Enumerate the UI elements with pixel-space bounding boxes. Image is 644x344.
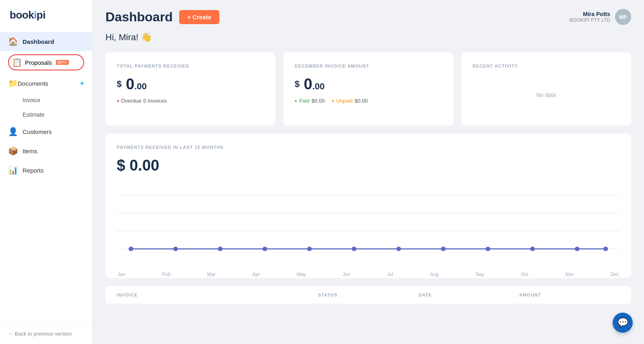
recent-activity-card: RECENT ACTIVITY No data: [461, 52, 631, 126]
sidebar-item-documents[interactable]: 📁 Documents +: [0, 74, 92, 93]
col-status: STATUS: [318, 293, 419, 297]
documents-label: Documents: [18, 80, 48, 87]
unpaid-dot: ●: [332, 99, 334, 103]
total-payments-card: TOTAL PAYMENTS RECEIVED $ 0.00 ● Overdue…: [105, 52, 275, 126]
logo: bookipi: [0, 0, 92, 29]
logo-rest: pi: [37, 9, 45, 21]
avatar[interactable]: MP: [615, 9, 631, 25]
main-content: Dashboard + Create Mira Potts BOOKIPI PT…: [93, 0, 644, 344]
sidebar-item-customers[interactable]: 👤 Customers: [0, 122, 92, 141]
dashboard-icon: 🏠: [8, 37, 18, 46]
table-header: INVOICE STATUS DATE AMOUNT: [105, 286, 631, 304]
chart-container: Jan Feb Mar Apr May Jun Jul Aug Sep Oct …: [117, 186, 620, 267]
month-sep: Sep: [475, 272, 484, 277]
chart-title: PAYMENTS RECEIVED IN LAST 12 MONTHS: [117, 145, 620, 150]
header: Dashboard + Create Mira Potts BOOKIPI PT…: [93, 0, 644, 32]
svg-point-5: [173, 247, 178, 251]
december-invoice-card: DECEMBER INVOICE AMOUNT $ 0.00 ● Paid $0…: [283, 52, 453, 126]
svg-point-6: [218, 247, 223, 251]
documents-icon: 📁: [8, 78, 18, 88]
invoices-table-card: INVOICE STATUS DATE AMOUNT: [105, 286, 631, 304]
reports-icon: 📊: [8, 165, 18, 175]
paid-label: Paid: [299, 98, 310, 104]
month-nov: Nov: [565, 272, 574, 277]
sidebar-item-reports[interactable]: 📊 Reports: [0, 161, 92, 180]
month-jun: Jun: [343, 272, 350, 277]
chart-amount-whole: 0: [130, 157, 138, 174]
user-info: Mira Potts BOOKIPI PTY LTD MP: [570, 9, 631, 25]
sidebar-item-items[interactable]: 📦 Items: [0, 141, 92, 161]
sidebar: bookipi 🏠 Dashboard 📋 Proposals BETA 📁 D…: [0, 0, 93, 344]
stats-cards: TOTAL PAYMENTS RECEIVED $ 0.00 ● Overdue…: [105, 52, 631, 126]
month-may: May: [297, 272, 306, 277]
month-aug: Aug: [430, 272, 438, 277]
overdue-dot: ●: [117, 99, 119, 103]
greeting: Hi, Mira! 👋: [105, 32, 631, 43]
sidebar-item-estimate[interactable]: Estimate: [0, 107, 92, 122]
sidebar-item-invoice[interactable]: Invoice: [0, 93, 92, 107]
no-data-label: No data: [473, 76, 620, 114]
svg-point-15: [603, 247, 608, 251]
items-icon: 📦: [8, 146, 18, 156]
user-name: Mira Potts: [570, 11, 610, 17]
documents-add-icon[interactable]: +: [80, 79, 84, 88]
total-cents: .00: [134, 81, 147, 91]
month-apr: Apr: [252, 272, 260, 277]
col-invoice: INVOICE: [117, 293, 318, 297]
month-jul: Jul: [387, 272, 393, 277]
total-whole: 0: [126, 76, 134, 93]
svg-point-12: [485, 247, 490, 251]
december-amount: $ 0.00: [295, 76, 442, 93]
chat-button[interactable]: 💬: [613, 313, 633, 333]
chat-icon: 💬: [617, 317, 628, 328]
overdue-label: Overdue: [121, 98, 141, 104]
paid-dot: ●: [295, 99, 297, 103]
month-dec: Dec: [611, 272, 619, 277]
svg-point-13: [530, 247, 535, 251]
chart-cents: .00: [138, 157, 159, 174]
december-cents: .00: [312, 81, 325, 91]
month-oct: Oct: [521, 272, 528, 277]
svg-point-9: [352, 247, 357, 251]
total-payments-title: TOTAL PAYMENTS RECEIVED: [117, 64, 264, 68]
sidebar-nav: 🏠 Dashboard 📋 Proposals BETA 📁 Documents…: [0, 29, 92, 323]
estimate-label: Estimate: [23, 111, 44, 118]
overdue-value: 0 Invoices: [143, 98, 167, 104]
svg-point-11: [441, 247, 446, 251]
payments-chart-card: PAYMENTS RECEIVED IN LAST 12 MONTHS $ 0.…: [105, 134, 631, 278]
svg-point-4: [128, 247, 133, 251]
unpaid-value: $0.00: [355, 98, 368, 104]
items-label: Items: [23, 148, 37, 154]
col-amount: AMOUNT: [519, 293, 620, 297]
sidebar-item-proposals[interactable]: 📋 Proposals BETA: [8, 54, 84, 70]
svg-point-10: [396, 247, 401, 251]
customers-label: Customers: [23, 128, 52, 135]
logo-text: book: [10, 9, 34, 21]
beta-badge: BETA: [56, 60, 69, 65]
reports-label: Reports: [23, 167, 44, 174]
month-mar: Mar: [207, 272, 216, 277]
december-title: DECEMBER INVOICE AMOUNT: [295, 64, 442, 68]
recent-activity-title: RECENT ACTIVITY: [473, 64, 620, 68]
content-area: Hi, Mira! 👋 TOTAL PAYMENTS RECEIVED $ 0.…: [93, 32, 644, 317]
sidebar-item-label: Dashboard: [23, 38, 54, 45]
total-dollar: $: [117, 79, 122, 89]
create-button[interactable]: + Create: [179, 10, 219, 24]
invoice-label: Invoice: [23, 97, 40, 103]
proposals-label: Proposals: [25, 59, 52, 66]
page-title: Dashboard: [105, 10, 173, 25]
sidebar-item-dashboard[interactable]: 🏠 Dashboard: [0, 32, 92, 51]
paid-value: $0.00: [312, 98, 325, 104]
svg-point-14: [575, 247, 580, 251]
svg-point-8: [307, 247, 312, 251]
proposals-icon: 📋: [12, 58, 22, 67]
logo-highlight: i: [34, 9, 37, 21]
month-jan: Jan: [118, 272, 125, 277]
total-payments-amount: $ 0.00: [117, 76, 264, 93]
svg-point-7: [262, 247, 267, 251]
month-feb: Feb: [162, 272, 171, 277]
user-company: BOOKIPI PTY LTD: [570, 17, 610, 23]
unpaid-label: Unpaid: [336, 98, 353, 104]
back-to-previous[interactable]: ← Back to previous version: [0, 323, 92, 344]
line-chart: [117, 186, 620, 267]
